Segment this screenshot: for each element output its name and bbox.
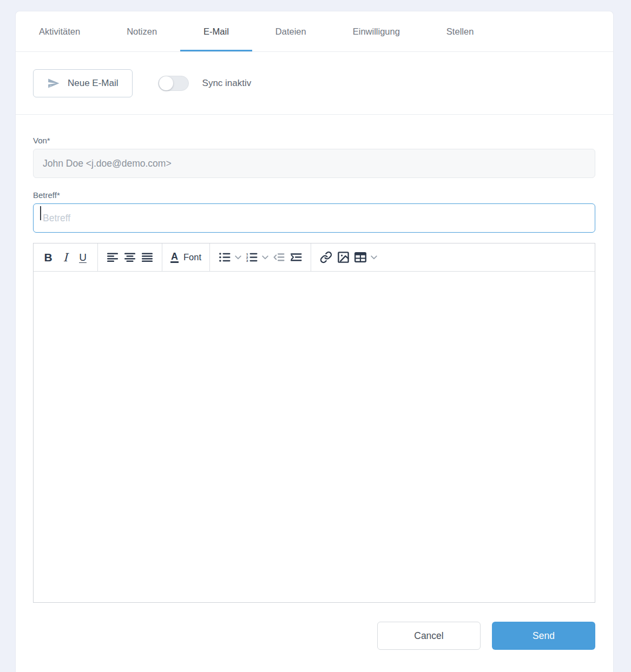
- unordered-list-icon: [219, 253, 231, 262]
- unordered-list-button[interactable]: [216, 248, 233, 267]
- underline-button[interactable]: U: [74, 248, 91, 267]
- svg-text:3: 3: [246, 259, 248, 262]
- from-label: Von*: [33, 136, 595, 145]
- font-button-label: Font: [183, 252, 201, 262]
- email-body-editor[interactable]: [34, 272, 595, 602]
- chevron-down-icon: [235, 255, 241, 260]
- bold-button[interactable]: B: [40, 248, 57, 267]
- unordered-list-dropdown[interactable]: [233, 248, 243, 267]
- footer-actions: Cancel Send: [33, 622, 595, 650]
- indent-icon: [291, 253, 302, 262]
- compose-form: Von* Betreff* B I U: [16, 115, 613, 650]
- insert-image-button[interactable]: [334, 248, 352, 267]
- italic-button[interactable]: I: [57, 248, 74, 267]
- toolbar-group-font: A Font: [162, 243, 210, 271]
- email-compose-card: Aktivitäten Notizen E-Mail Dateien Einwi…: [15, 11, 614, 672]
- tab-aktivitaeten[interactable]: Aktivitäten: [16, 11, 103, 51]
- text-cursor: [40, 206, 41, 220]
- align-left-icon: [107, 253, 119, 262]
- paper-plane-icon: [47, 77, 60, 90]
- tab-dateien[interactable]: Dateien: [252, 11, 330, 51]
- toolbar-group-insert: [311, 243, 385, 271]
- align-center-button[interactable]: [121, 248, 139, 267]
- align-left-button[interactable]: [104, 248, 121, 267]
- table-icon: [354, 252, 366, 262]
- align-justify-button[interactable]: [139, 248, 156, 267]
- tab-einwilligung[interactable]: Einwilligung: [330, 11, 423, 51]
- font-color-button[interactable]: A Font: [168, 248, 203, 267]
- from-input: [33, 149, 595, 178]
- ordered-list-icon: 1 2 3: [246, 253, 258, 262]
- chevron-down-icon: [262, 255, 268, 260]
- new-email-button-label: Neue E-Mail: [68, 78, 119, 89]
- editor-toolbar: B I U: [34, 243, 595, 272]
- tab-email[interactable]: E-Mail: [180, 11, 252, 51]
- bold-icon: B: [44, 251, 52, 264]
- rich-text-editor: B I U: [33, 243, 595, 603]
- new-email-button[interactable]: Neue E-Mail: [33, 69, 133, 97]
- sync-toggle-knob: [159, 76, 173, 90]
- ordered-list-dropdown[interactable]: [260, 248, 270, 267]
- insert-link-button[interactable]: [317, 248, 334, 267]
- subject-input[interactable]: [33, 203, 595, 233]
- ordered-list-button[interactable]: 1 2 3: [243, 248, 260, 267]
- sync-toggle-label: Sync inaktiv: [202, 78, 252, 89]
- send-button[interactable]: Send: [492, 622, 595, 650]
- insert-table-button[interactable]: [352, 248, 369, 267]
- align-center-icon: [124, 253, 136, 262]
- outdent-button[interactable]: [270, 248, 287, 267]
- table-dropdown[interactable]: [369, 248, 379, 267]
- font-color-icon: A: [170, 252, 179, 263]
- indent-button[interactable]: [287, 248, 305, 267]
- align-justify-icon: [142, 253, 153, 262]
- toolbar-group-lists: 1 2 3: [210, 243, 311, 271]
- underline-icon: U: [79, 252, 87, 263]
- chevron-down-icon: [371, 255, 377, 260]
- cancel-button[interactable]: Cancel: [377, 622, 481, 650]
- tab-bar: Aktivitäten Notizen E-Mail Dateien Einwi…: [16, 11, 613, 52]
- outdent-icon: [273, 253, 285, 262]
- subject-label: Betreff*: [33, 190, 595, 200]
- sync-toggle[interactable]: [158, 76, 189, 91]
- email-actions-header: Neue E-Mail Sync inaktiv: [16, 52, 613, 115]
- link-icon: [320, 251, 332, 263]
- tab-stellen[interactable]: Stellen: [423, 11, 497, 51]
- tab-notizen[interactable]: Notizen: [103, 11, 180, 51]
- toolbar-group-align: [98, 243, 162, 271]
- toolbar-group-text-style: B I U: [34, 243, 98, 271]
- italic-icon: I: [63, 251, 68, 264]
- svg-text:1: 1: [246, 253, 248, 256]
- image-icon: [337, 251, 350, 263]
